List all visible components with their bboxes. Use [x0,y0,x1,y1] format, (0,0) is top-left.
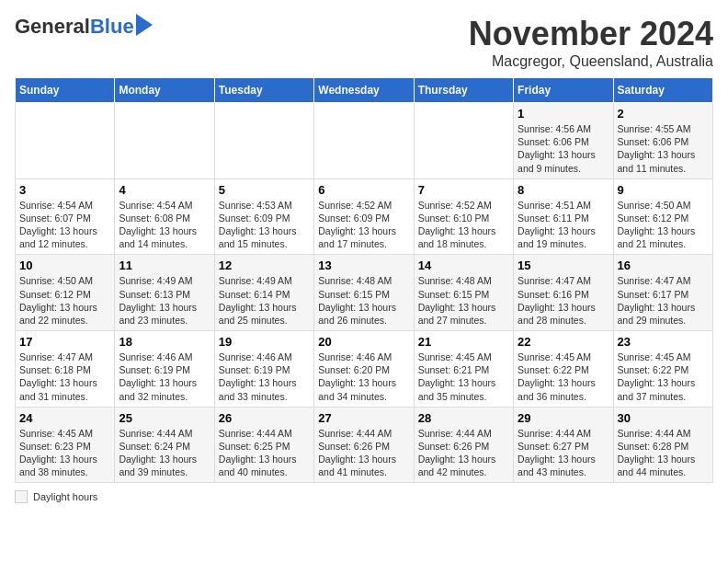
day-number: 8 [518,183,609,197]
calendar-table: SundayMondayTuesdayWednesdayThursdayFrid… [15,77,713,483]
week-row-2: 3Sunrise: 4:54 AMSunset: 6:07 PMDaylight… [16,178,713,255]
calendar-header: SundayMondayTuesdayWednesdayThursdayFrid… [16,78,713,103]
calendar-cell: 5Sunrise: 4:53 AMSunset: 6:09 PMDaylight… [214,178,313,255]
header-cell-tuesday: Tuesday [214,78,313,103]
legend-color-box [15,490,28,503]
day-number: 21 [418,335,509,349]
day-number: 6 [318,183,409,197]
day-number: 4 [119,183,210,197]
header-cell-friday: Friday [514,78,613,103]
week-row-3: 10Sunrise: 4:50 AMSunset: 6:12 PMDayligh… [16,255,713,331]
day-info: Sunrise: 4:44 AMSunset: 6:27 PMDaylight:… [518,427,609,479]
day-number: 12 [219,259,310,272]
calendar-cell: 28Sunrise: 4:44 AMSunset: 6:26 PMDayligh… [414,407,513,483]
calendar-cell: 18Sunrise: 4:46 AMSunset: 6:19 PMDayligh… [115,331,214,408]
calendar-cell: 23Sunrise: 4:45 AMSunset: 6:22 PMDayligh… [613,331,712,408]
week-row-4: 17Sunrise: 4:47 AMSunset: 6:18 PMDayligh… [16,331,713,408]
day-number: 20 [318,335,409,349]
day-info: Sunrise: 4:56 AMSunset: 6:06 PMDaylight:… [518,122,609,175]
day-number: 3 [19,183,110,197]
day-number: 17 [19,335,110,349]
calendar-cell [115,103,214,179]
calendar-cell: 14Sunrise: 4:48 AMSunset: 6:15 PMDayligh… [414,255,513,331]
calendar-cell: 21Sunrise: 4:45 AMSunset: 6:21 PMDayligh… [414,331,513,408]
day-number: 19 [219,335,310,349]
calendar-body: 1Sunrise: 4:56 AMSunset: 6:06 PMDaylight… [16,103,713,483]
day-number: 23 [618,335,709,349]
day-info: Sunrise: 4:44 AMSunset: 6:24 PMDaylight:… [119,427,210,479]
calendar-cell: 10Sunrise: 4:50 AMSunset: 6:12 PMDayligh… [16,255,115,331]
day-info: Sunrise: 4:47 AMSunset: 6:16 PMDaylight:… [518,274,609,327]
day-info: Sunrise: 4:45 AMSunset: 6:22 PMDaylight:… [618,350,709,403]
header-cell-sunday: Sunday [16,78,115,103]
day-number: 18 [119,335,210,349]
calendar-cell [314,103,414,179]
calendar-cell: 12Sunrise: 4:49 AMSunset: 6:14 PMDayligh… [214,255,313,331]
day-info: Sunrise: 4:51 AMSunset: 6:11 PMDaylight:… [518,199,609,251]
header-cell-saturday: Saturday [613,78,712,103]
day-info: Sunrise: 4:52 AMSunset: 6:09 PMDaylight:… [318,199,409,251]
calendar-cell: 20Sunrise: 4:46 AMSunset: 6:20 PMDayligh… [314,331,414,408]
day-number: 14 [418,259,509,272]
calendar-cell: 17Sunrise: 4:47 AMSunset: 6:18 PMDayligh… [16,331,115,408]
day-info: Sunrise: 4:44 AMSunset: 6:26 PMDaylight:… [318,427,409,479]
logo-general-text: General [15,15,90,39]
day-info: Sunrise: 4:45 AMSunset: 6:21 PMDaylight:… [418,350,509,403]
calendar-cell: 13Sunrise: 4:48 AMSunset: 6:15 PMDayligh… [314,255,414,331]
calendar-cell: 30Sunrise: 4:44 AMSunset: 6:28 PMDayligh… [613,407,712,483]
day-number: 10 [19,259,110,272]
day-number: 22 [518,335,609,349]
day-info: Sunrise: 4:46 AMSunset: 6:19 PMDaylight:… [119,350,210,403]
calendar-cell [214,103,313,179]
day-number: 16 [618,259,709,272]
day-info: Sunrise: 4:45 AMSunset: 6:22 PMDaylight:… [518,350,609,403]
calendar-cell: 2Sunrise: 4:55 AMSunset: 6:06 PMDaylight… [613,103,712,179]
logo: General Blue [15,15,153,39]
day-number: 15 [518,259,609,272]
calendar-cell: 16Sunrise: 4:47 AMSunset: 6:17 PMDayligh… [613,255,712,331]
day-info: Sunrise: 4:50 AMSunset: 6:12 PMDaylight:… [618,199,709,251]
day-info: Sunrise: 4:55 AMSunset: 6:06 PMDaylight:… [618,122,709,175]
day-number: 28 [418,411,509,425]
day-info: Sunrise: 4:54 AMSunset: 6:08 PMDaylight:… [119,199,210,251]
day-number: 2 [618,107,709,121]
day-number: 13 [318,259,409,272]
day-info: Sunrise: 4:44 AMSunset: 6:26 PMDaylight:… [418,427,509,479]
day-info: Sunrise: 4:47 AMSunset: 6:17 PMDaylight:… [618,274,709,327]
day-number: 26 [219,411,310,425]
day-info: Sunrise: 4:46 AMSunset: 6:20 PMDaylight:… [318,350,409,403]
calendar-cell: 6Sunrise: 4:52 AMSunset: 6:09 PMDaylight… [314,178,414,255]
calendar-cell: 27Sunrise: 4:44 AMSunset: 6:26 PMDayligh… [314,407,414,483]
day-number: 29 [518,411,609,425]
calendar-cell: 4Sunrise: 4:54 AMSunset: 6:08 PMDaylight… [115,178,214,255]
day-info: Sunrise: 4:50 AMSunset: 6:12 PMDaylight:… [19,274,110,327]
day-number: 9 [618,183,709,197]
calendar-cell: 3Sunrise: 4:54 AMSunset: 6:07 PMDaylight… [16,178,115,255]
calendar-cell: 24Sunrise: 4:45 AMSunset: 6:23 PMDayligh… [16,407,115,483]
header-cell-monday: Monday [115,78,214,103]
day-info: Sunrise: 4:53 AMSunset: 6:09 PMDaylight:… [219,199,310,251]
header-row: SundayMondayTuesdayWednesdayThursdayFrid… [16,78,713,103]
week-row-1: 1Sunrise: 4:56 AMSunset: 6:06 PMDaylight… [16,103,713,179]
calendar-cell: 19Sunrise: 4:46 AMSunset: 6:19 PMDayligh… [214,331,313,408]
day-info: Sunrise: 4:46 AMSunset: 6:19 PMDaylight:… [219,350,310,403]
calendar-cell [16,103,115,179]
day-info: Sunrise: 4:45 AMSunset: 6:23 PMDaylight:… [19,427,110,479]
calendar-cell: 1Sunrise: 4:56 AMSunset: 6:06 PMDaylight… [514,103,613,179]
calendar-cell: 29Sunrise: 4:44 AMSunset: 6:27 PMDayligh… [514,407,613,483]
day-info: Sunrise: 4:52 AMSunset: 6:10 PMDaylight:… [418,199,509,251]
day-info: Sunrise: 4:44 AMSunset: 6:25 PMDaylight:… [219,427,310,479]
calendar-cell: 9Sunrise: 4:50 AMSunset: 6:12 PMDaylight… [613,178,712,255]
day-info: Sunrise: 4:48 AMSunset: 6:15 PMDaylight:… [418,274,509,327]
subtitle: Macgregor, Queensland, Australia [469,53,713,70]
calendar-cell: 15Sunrise: 4:47 AMSunset: 6:16 PMDayligh… [514,255,613,331]
calendar-cell: 25Sunrise: 4:44 AMSunset: 6:24 PMDayligh… [115,407,214,483]
calendar-cell: 7Sunrise: 4:52 AMSunset: 6:10 PMDaylight… [414,178,513,255]
day-number: 11 [119,259,210,272]
main-title: November 2024 [469,15,713,53]
legend-label: Daylight hours [33,491,97,502]
title-section: November 2024 Macgregor, Queensland, Aus… [469,15,713,70]
day-number: 25 [119,411,210,425]
calendar-cell [414,103,513,179]
calendar-cell: 11Sunrise: 4:49 AMSunset: 6:13 PMDayligh… [115,255,214,331]
